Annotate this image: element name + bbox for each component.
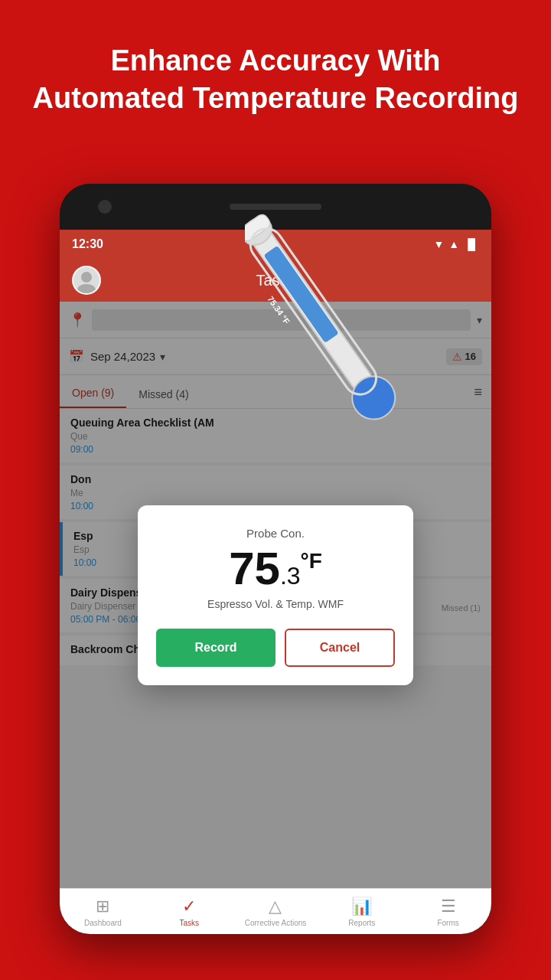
app-bar: Tasks [60,259,491,302]
phone-speaker [230,204,321,210]
status-bar: 12:30 ▼ ▲ ▐▌ [60,230,491,259]
svg-point-1 [81,272,92,283]
nav-item-corrective-actions[interactable]: △ Corrective Actions [233,889,319,934]
probe-modal: Probe Con. 75.3°F Espresso Vol. & Temp. … [138,505,413,685]
modal-subtitle: Probe Con. [156,527,395,540]
header-line1: Enhance Accuracy With [110,44,440,77]
app-title: Tasks [101,272,450,289]
signal-icon: ▲ [448,238,459,250]
record-button[interactable]: Record [156,629,276,667]
nav-label-dashboard: Dashboard [84,919,122,927]
corrective-actions-icon: △ [269,897,282,916]
bottom-nav: ⊞ Dashboard ✓ Tasks △ Corrective Actions… [60,888,491,934]
reports-icon: 📊 [351,897,372,916]
nav-item-tasks[interactable]: ✓ Tasks [146,889,233,934]
nav-item-dashboard[interactable]: ⊞ Dashboard [60,889,146,934]
status-time: 12:30 [72,237,103,251]
tasks-icon: ✓ [182,897,196,916]
modal-temperature: 75.3°F [156,546,395,592]
battery-icon: ▐▌ [464,238,479,250]
phone-frame: 12:30 ▼ ▲ ▐▌ Tasks 📍 ▾ 📅 Sep 24,2023 [60,184,491,934]
avatar[interactable] [72,266,101,295]
wifi-icon: ▼ [433,238,444,250]
dashboard-icon: ⊞ [96,897,109,916]
modal-location: Espresso Vol. & Temp. WMF [156,598,395,610]
forms-icon: ☰ [441,897,456,916]
phone-top [60,184,491,230]
phone-camera [98,200,112,214]
header-line2: Automated Temperature Recording [33,82,519,114]
header-text: Enhance Accuracy With Automated Temperat… [0,42,551,118]
status-icons: ▼ ▲ ▐▌ [433,238,479,250]
nav-label-reports: Reports [348,919,375,927]
nav-item-reports[interactable]: 📊 Reports [318,889,405,934]
nav-label-corrective-actions: Corrective Actions [245,919,307,927]
nav-item-forms[interactable]: ☰ Forms [405,889,491,934]
nav-label-tasks: Tasks [179,919,199,927]
modal-overlay: Probe Con. 75.3°F Espresso Vol. & Temp. … [60,302,491,888]
app-content: 📍 ▾ 📅 Sep 24,2023 ▾ ⚠ 16 Open (9) Missed… [60,302,491,888]
nav-label-forms: Forms [437,919,458,927]
modal-buttons: Record Cancel [156,629,395,667]
cancel-button[interactable]: Cancel [285,629,395,667]
